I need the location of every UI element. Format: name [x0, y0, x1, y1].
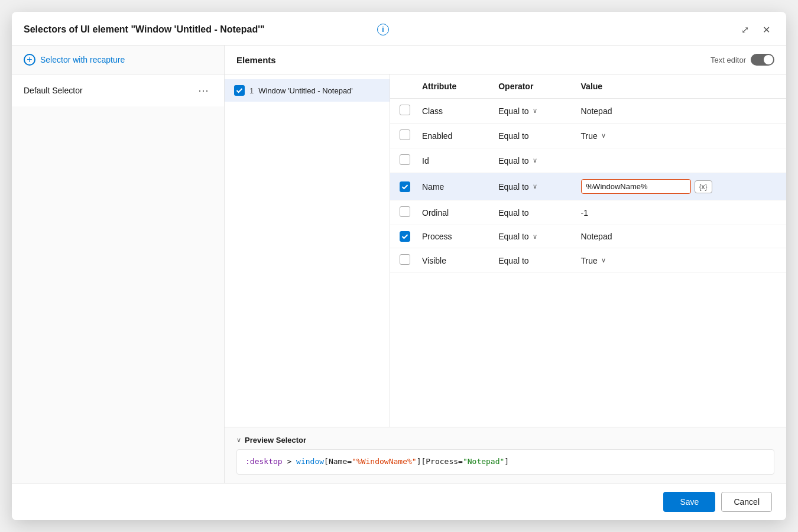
title-actions: ⤢ ✕: [737, 21, 774, 38]
value-cell: Notepad: [581, 106, 777, 116]
operator-text: Equal to: [498, 156, 528, 166]
elements-tree: 1 Window 'Untitled - Notepad': [225, 74, 390, 427]
row-value: {x}: [572, 173, 786, 200]
operator-text: Equal to: [498, 106, 528, 116]
row-checkbox[interactable]: [400, 231, 410, 242]
text-editor-toggle-switch[interactable]: [751, 54, 774, 66]
row-checkbox-cell: [390, 225, 413, 248]
col-checkbox: [390, 74, 413, 99]
row-attribute: Process: [413, 225, 489, 248]
code-desktop: :desktop: [245, 457, 283, 466]
operator-cell: Equal to∨: [498, 232, 562, 241]
row-attribute: Ordinal: [413, 200, 489, 225]
row-attribute: Enabled: [413, 124, 489, 148]
tree-item-label: Window 'Untitled - Notepad': [258, 86, 353, 95]
add-selector-button[interactable]: + Selector with recapture: [12, 46, 224, 74]
table-row: IdEqual to∨: [390, 148, 786, 173]
info-icon[interactable]: i: [377, 24, 389, 35]
text-editor-toggle: Text editor: [711, 54, 774, 66]
operator-dropdown-icon[interactable]: ∨: [533, 107, 537, 115]
row-operator: Equal to: [489, 248, 571, 273]
row-attribute: Name: [413, 173, 489, 200]
operator-cell: Equal to∨: [498, 156, 562, 166]
row-checkbox[interactable]: [400, 254, 410, 265]
selector-item[interactable]: Default Selector ⋯: [12, 74, 224, 106]
table-row: EnabledEqual toTrue∨: [390, 124, 786, 148]
cancel-button[interactable]: Cancel: [721, 492, 772, 512]
value-cell: True∨: [581, 131, 777, 141]
operator-dropdown-icon[interactable]: ∨: [533, 157, 537, 164]
tree-item-checkbox[interactable]: [234, 85, 245, 96]
value-text: Notepad: [581, 232, 612, 241]
main-content: + Selector with recapture Default Select…: [12, 46, 786, 483]
footer: Save Cancel: [12, 483, 786, 520]
row-operator: Equal to: [489, 124, 571, 148]
row-checkbox-cell: [390, 124, 413, 148]
value-text: True: [581, 131, 598, 141]
value-cell: {x}: [581, 179, 777, 194]
table-header-row: Attribute Operator Value: [390, 74, 786, 99]
right-header: Elements Text editor: [225, 46, 786, 74]
row-checkbox[interactable]: [400, 129, 410, 140]
operator-cell: Equal to∨: [498, 182, 562, 192]
value-dropdown-icon[interactable]: ∨: [601, 132, 606, 140]
table-row: VisibleEqual toTrue∨: [390, 248, 786, 273]
value-text: True: [581, 256, 598, 265]
operator-dropdown-icon[interactable]: ∨: [533, 183, 537, 190]
row-operator: Equal to∨: [489, 173, 571, 200]
code-bracket3: ]: [504, 457, 509, 466]
operator-dropdown-icon[interactable]: ∨: [533, 233, 537, 241]
row-operator: Equal to: [489, 200, 571, 225]
value-input[interactable]: [581, 179, 691, 194]
selector-menu-button[interactable]: ⋯: [194, 83, 212, 98]
row-operator: Equal to∨: [489, 99, 571, 124]
col-attribute: Attribute: [413, 74, 489, 99]
tree-item[interactable]: 1 Window 'Untitled - Notepad': [225, 79, 390, 102]
tree-item-num: 1: [249, 86, 254, 95]
variable-button[interactable]: {x}: [695, 180, 712, 193]
row-value: Notepad: [572, 225, 786, 248]
value-cell: -1: [581, 208, 777, 218]
close-button[interactable]: ✕: [758, 21, 774, 38]
table-row: NameEqual to∨{x}: [390, 173, 786, 200]
value-dropdown-icon[interactable]: ∨: [601, 257, 606, 264]
row-attribute: Id: [413, 148, 489, 173]
code-window: window: [296, 457, 324, 466]
code-gt: >: [283, 457, 296, 466]
operator-text: Equal to: [498, 131, 528, 141]
col-operator: Operator: [489, 74, 571, 99]
operator-cell: Equal to: [498, 208, 562, 218]
table-row: ClassEqual to∨Notepad: [390, 99, 786, 124]
save-button[interactable]: Save: [663, 492, 715, 512]
row-value: [572, 148, 786, 173]
operator-cell: Equal to∨: [498, 106, 562, 116]
row-value: Notepad: [572, 99, 786, 124]
row-checkbox[interactable]: [400, 181, 410, 192]
attributes-panel: Attribute Operator Value ClassEqual to∨N…: [390, 74, 786, 427]
text-editor-label: Text editor: [711, 56, 746, 64]
row-checkbox[interactable]: [400, 154, 410, 165]
operator-cell: Equal to: [498, 256, 562, 265]
row-checkbox[interactable]: [400, 206, 410, 217]
col-value: Value: [572, 74, 786, 99]
operator-text: Equal to: [498, 256, 528, 265]
attributes-table: Attribute Operator Value ClassEqual to∨N…: [390, 74, 786, 273]
preview-header[interactable]: ∨ Preview Selector: [236, 436, 774, 445]
title-bar: Selectors of UI element "Window 'Untitle…: [12, 12, 786, 46]
row-checkbox-cell: [390, 248, 413, 273]
left-panel: + Selector with recapture Default Select…: [12, 46, 225, 483]
row-operator: Equal to∨: [489, 148, 571, 173]
elements-title: Elements: [236, 55, 276, 65]
row-checkbox[interactable]: [400, 105, 410, 115]
row-value: True∨: [572, 124, 786, 148]
code-process-val: "Notepad": [463, 457, 504, 466]
dialog-title: Selectors of UI element "Window 'Untitle…: [24, 24, 371, 35]
row-value: -1: [572, 200, 786, 225]
table-row: OrdinalEqual to-1: [390, 200, 786, 225]
add-selector-label: Selector with recapture: [40, 55, 125, 64]
code-bracket1: [Name=: [324, 457, 352, 466]
operator-text: Equal to: [498, 208, 528, 218]
row-value: True∨: [572, 248, 786, 273]
expand-button[interactable]: ⤢: [737, 21, 753, 38]
selector-name: Default Selector: [24, 86, 83, 95]
